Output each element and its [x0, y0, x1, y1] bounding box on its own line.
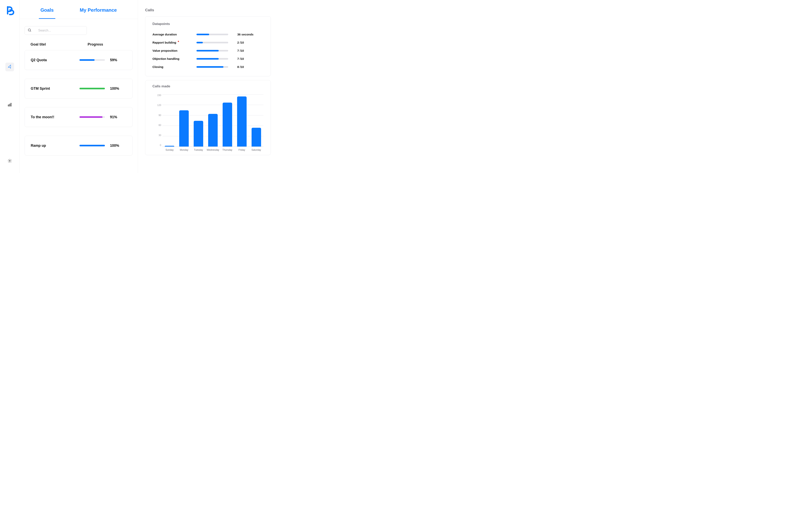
datapoint-bar — [197, 50, 228, 52]
chart-y-axis: 1501209060300 — [152, 93, 161, 152]
calls-made-chart: 1501209060300 SundayMondayTuesdayWednesd… — [152, 93, 263, 152]
alert-dot-icon — [178, 41, 179, 42]
chart-bar — [162, 94, 177, 147]
sidebar-rail — [0, 0, 19, 173]
calls-section-title: Calls — [145, 8, 271, 12]
goal-progress-bar — [80, 59, 105, 61]
chart-plot: SundayMondayTuesdayWednesdayThursdayFrid… — [161, 93, 263, 152]
datapoint-row: Closing8 /10 — [152, 63, 263, 71]
goal-progress-bar — [80, 145, 105, 146]
goal-card[interactable]: Ramp up100% — [24, 136, 133, 156]
goals-list-header: Goal titel Progress — [19, 38, 138, 50]
search-input[interactable] — [38, 29, 84, 32]
datapoint-value: 8 /10 — [237, 65, 244, 68]
chart-bar — [177, 94, 191, 147]
svg-rect-2 — [10, 103, 11, 106]
datapoint-label: Value proposition — [152, 49, 197, 52]
y-tick: 0 — [160, 144, 161, 147]
svg-rect-0 — [8, 105, 9, 106]
goal-title: Ramp up — [31, 144, 80, 148]
goal-progress-pct: 59% — [110, 58, 117, 62]
gear-icon[interactable] — [5, 157, 14, 165]
datapoint-row: Rapport building2 /10 — [152, 39, 263, 47]
datapoint-bar — [197, 66, 228, 68]
datapoint-label: Objection handling — [152, 57, 197, 60]
search-box[interactable] — [24, 26, 87, 35]
datapoints-title: Datapoints — [152, 22, 263, 26]
bar-chart-icon[interactable] — [5, 100, 14, 109]
datapoint-label: Average duration — [152, 33, 197, 36]
datapoints-card: Datapoints Average duration36 secondsRap… — [145, 16, 271, 76]
datapoint-row: Average duration36 seconds — [152, 30, 263, 39]
y-tick: 60 — [159, 124, 161, 126]
tabs: Goals My Performance — [19, 0, 138, 19]
search-icon — [28, 28, 32, 33]
datapoint-value: 2 /10 — [237, 41, 244, 44]
calls-made-card: Calls made 1501209060300 SundayMondayTue… — [145, 80, 271, 155]
goals-panel: Goals My Performance Goal titel Progress… — [19, 0, 138, 173]
datapoint-bar — [197, 42, 228, 43]
datapoint-value: 36 seconds — [237, 33, 254, 36]
nav-arrow-icon[interactable] — [5, 63, 14, 71]
goal-card[interactable]: GTM Sprint100% — [24, 78, 133, 99]
x-tick: Sunday — [162, 149, 177, 151]
chart-bar — [249, 94, 263, 147]
datapoint-value: 7 /10 — [237, 49, 244, 52]
datapoint-value: 7 /10 — [237, 57, 244, 60]
tab-my-performance[interactable]: My Performance — [78, 1, 118, 18]
x-tick: Monday — [177, 149, 191, 151]
goal-card[interactable]: To the moon!!91% — [24, 107, 133, 127]
x-tick: Wednesday — [206, 149, 220, 151]
x-tick: Tuesday — [191, 149, 206, 151]
chart-x-axis: SundayMondayTuesdayWednesdayThursdayFrid… — [162, 149, 263, 151]
datapoint-label: Closing — [152, 65, 197, 68]
chart-bar — [235, 94, 249, 147]
col-goal-title: Goal titel — [31, 42, 88, 47]
calls-panel: Calls Datapoints Average duration36 seco… — [138, 0, 277, 173]
datapoint-row: Value proposition7 /10 — [152, 47, 263, 55]
y-tick: 150 — [157, 94, 161, 97]
tab-goals[interactable]: Goals — [39, 1, 55, 18]
datapoint-bar — [197, 34, 228, 35]
goal-progress-pct: 91% — [110, 115, 117, 119]
goal-progress-pct: 100% — [110, 144, 119, 148]
datapoint-bar — [197, 58, 228, 60]
goals-list: Q2 Quota59%GTM Sprint100%To the moon!!91… — [19, 50, 138, 156]
y-tick: 30 — [159, 134, 161, 137]
col-progress: Progress — [88, 42, 103, 47]
x-tick: Friday — [235, 149, 249, 151]
datapoint-label: Rapport building — [152, 41, 197, 44]
goal-progress-bar — [80, 88, 105, 89]
y-tick: 90 — [159, 114, 161, 117]
datapoint-row: Objection handling7 /10 — [152, 55, 263, 63]
x-tick: Saturday — [249, 149, 263, 151]
chart-bar — [206, 94, 220, 147]
svg-rect-1 — [9, 104, 10, 106]
goal-progress-bar — [80, 116, 105, 118]
app-logo — [4, 5, 15, 16]
svg-point-4 — [28, 29, 31, 31]
calls-made-title: Calls made — [152, 84, 263, 88]
goal-progress-pct: 100% — [110, 87, 119, 91]
x-tick: Thursday — [220, 149, 235, 151]
chart-bar — [191, 94, 206, 147]
chart-bar — [220, 94, 235, 147]
goal-card[interactable]: Q2 Quota59% — [24, 50, 133, 70]
goal-title: Q2 Quota — [31, 58, 80, 62]
svg-point-3 — [9, 160, 10, 161]
goal-title: To the moon!! — [31, 115, 80, 119]
y-tick: 120 — [157, 104, 161, 107]
goal-title: GTM Sprint — [31, 87, 80, 91]
